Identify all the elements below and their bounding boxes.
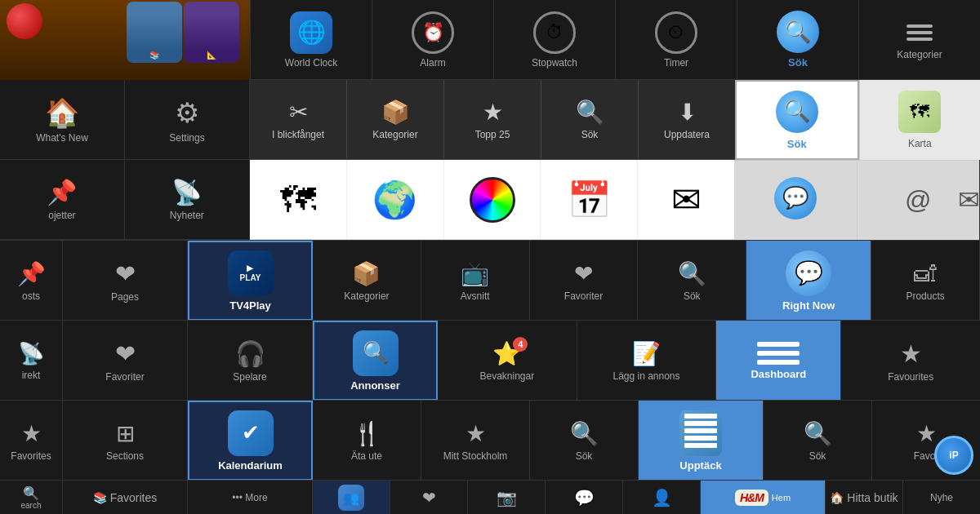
favoriter-tv4-cell[interactable]: ❤ Favoriter bbox=[530, 241, 639, 321]
favoriter-row5-cell[interactable]: ❤ Favoriter bbox=[63, 321, 188, 401]
kategorier-tv4-label: Kategorier bbox=[344, 290, 389, 302]
karta-label: Karta bbox=[908, 138, 932, 149]
products-label: Products bbox=[906, 290, 944, 302]
sok-top-label: Sök bbox=[788, 56, 808, 69]
alarm-label: Alarm bbox=[420, 57, 445, 69]
favourites-row5-cell[interactable]: ★ Favourites bbox=[841, 321, 980, 401]
avsnitt-cell[interactable]: 📺 Avsnitt bbox=[421, 241, 530, 321]
stopwatch-cell[interactable]: ⏱ Stopwatch bbox=[493, 0, 615, 80]
settings-label: Settings bbox=[169, 132, 204, 144]
direkt-label: irekt bbox=[22, 370, 41, 381]
spelare-label: Spelare bbox=[233, 371, 266, 383]
email-right-cell[interactable]: @ ✉ bbox=[858, 161, 979, 240]
avsnitt-label: Avsnitt bbox=[461, 290, 490, 302]
alarm-cell[interactable]: ⏰ Alarm bbox=[372, 0, 493, 80]
direkt-cell[interactable]: 📡 irekt bbox=[0, 321, 63, 401]
people-cell[interactable]: 👥 bbox=[313, 481, 390, 514]
pojetter-cell[interactable]: 📌 ojetter bbox=[0, 160, 125, 240]
mitt-stockholm-label: Mitt Stockholm bbox=[443, 450, 508, 462]
lagg-annons-cell[interactable]: 📝 Lägg in annons bbox=[577, 321, 717, 401]
kalendarium-label: Kalendarium bbox=[218, 459, 283, 472]
dashboard-cell[interactable]: Dashboard bbox=[716, 321, 841, 401]
popup-header-strip: ✂ I blickfånget 📦 Kategorier ★ Topp 25 🔍… bbox=[250, 80, 735, 160]
kategorier-top-cell[interactable]: Kategorier bbox=[858, 0, 980, 80]
ata-ute-cell[interactable]: 🍴 Äta ute bbox=[313, 401, 421, 481]
popup-content: 🗺 🌍 📅 ✉ bbox=[250, 160, 735, 240]
bevakningar-cell[interactable]: ⭐ 4 Bevakningar bbox=[438, 321, 577, 401]
pojetter-label: ojetter bbox=[48, 210, 75, 221]
popup-uppdatera[interactable]: ⬇ Uppdatera bbox=[639, 80, 735, 159]
popup-sok[interactable]: 🔍 Sök bbox=[541, 80, 639, 159]
kategorier-top-label: Kategorier bbox=[897, 49, 942, 60]
upptack-cell[interactable]: Upptäck bbox=[639, 401, 764, 481]
kategorier-label: Kategorier bbox=[372, 129, 417, 140]
dashboard-label: Dashboard bbox=[751, 368, 806, 380]
favorites-row6-cell[interactable]: ★ Favorites bbox=[0, 401, 63, 481]
products-cell[interactable]: 🛋 Products bbox=[871, 241, 980, 321]
timer-cell[interactable]: ⏲ Timer bbox=[615, 0, 737, 80]
favoriter-tv4-label: Favoriter bbox=[564, 290, 603, 302]
topp25-label: Topp 25 bbox=[475, 129, 510, 140]
world-clock-cell[interactable]: 🌐 World Clock bbox=[250, 0, 372, 80]
tv4play-cell[interactable]: ▶PLAY TV4Play bbox=[188, 241, 313, 321]
pages-cell[interactable]: ❤ Pages bbox=[63, 241, 188, 321]
sok-right-selected[interactable]: 🔍 Sök bbox=[735, 80, 859, 160]
popup-map-icon[interactable]: 🗺 bbox=[250, 160, 347, 239]
popup-color-wheel[interactable] bbox=[444, 160, 541, 239]
sections-cell[interactable]: ⊞ Sections bbox=[63, 401, 188, 481]
popup-sok-label: Sök bbox=[581, 129, 599, 140]
i-blickfanget-label: I blickfånget bbox=[272, 129, 324, 140]
lagg-annons-label: Lägg in annons bbox=[612, 370, 679, 382]
sok-row6b-label: Sök bbox=[809, 450, 826, 462]
posts-label: osts bbox=[22, 290, 40, 302]
popup-globe-icon[interactable]: 🌍 bbox=[347, 160, 444, 239]
nyheter-cell[interactable]: 📡 Nyheter bbox=[125, 160, 250, 240]
hem-label: Hem bbox=[772, 493, 791, 503]
popup-mail-icon[interactable]: ✉ bbox=[638, 160, 734, 239]
popup-i-blickfanget[interactable]: ✂ I blickfånget bbox=[250, 80, 347, 159]
search-row7-label: earch bbox=[20, 501, 41, 510]
karta-cell[interactable]: 🗺 Karta bbox=[859, 80, 981, 160]
camera-row7-cell[interactable]: 📷 bbox=[468, 481, 546, 514]
popup-topp25[interactable]: ★ Topp 25 bbox=[444, 80, 541, 159]
nyheter-label: Nyheter bbox=[170, 210, 204, 221]
annonser-cell[interactable]: 🔍 Annonser bbox=[313, 321, 438, 401]
messages-row7-cell[interactable]: 💬 bbox=[546, 481, 623, 514]
spelare-cell[interactable]: 🎧 Spelare bbox=[188, 321, 313, 401]
contacts-row7-cell[interactable]: 👤 bbox=[623, 481, 701, 514]
right-now-label: Right Now bbox=[782, 299, 835, 312]
heart-row7-cell[interactable]: ❤ bbox=[390, 481, 468, 514]
hem-cell[interactable]: H&M Hem bbox=[701, 481, 826, 514]
favorites-row7-cell[interactable]: 📚 Favorites bbox=[63, 481, 188, 514]
tv4play-label: TV4Play bbox=[229, 299, 271, 312]
settings-cell[interactable]: ⚙ Settings bbox=[125, 80, 250, 160]
annonser-label: Annonser bbox=[350, 379, 400, 392]
sok-row6-cell[interactable]: 🔍 Sök bbox=[530, 401, 639, 481]
popup-kategorier[interactable]: 📦 Kategorier bbox=[347, 80, 444, 159]
search-row7-cell[interactable]: 🔍 earch bbox=[0, 481, 63, 514]
ip-badge[interactable]: iP bbox=[934, 436, 973, 475]
bevakningar-label: Bevakningar bbox=[479, 370, 534, 382]
ata-ute-label: Äta ute bbox=[351, 450, 382, 462]
chat-right-cell[interactable]: 💬 bbox=[734, 161, 857, 240]
sok-tv4-label: Sök bbox=[684, 290, 701, 302]
posts-cell[interactable]: 📌 osts bbox=[0, 241, 63, 321]
hitta-butik-cell[interactable]: 🏠 Hitta butik bbox=[826, 481, 903, 514]
kategorier-tv4-cell[interactable]: 📦 Kategorier bbox=[313, 241, 421, 321]
mitt-stockholm-cell[interactable]: ★ Mitt Stockholm bbox=[421, 401, 530, 481]
sok-top-cell[interactable]: 🔍 Sök bbox=[737, 0, 858, 80]
sok-row6b-cell[interactable]: 🔍 Sök bbox=[764, 401, 872, 481]
popup-calendar-icon[interactable]: 📅 bbox=[541, 160, 638, 239]
wood-top-cell: 📚 📐 bbox=[0, 0, 250, 80]
favoriter-row5-label: Favoriter bbox=[105, 371, 144, 383]
right-panel-bottom: 💬 @ ✉ bbox=[734, 160, 979, 240]
right-now-cell[interactable]: 💬 Right Now bbox=[746, 241, 871, 321]
kalendarium-cell[interactable]: ✔ Kalendarium bbox=[188, 401, 313, 481]
sok-tv4-cell[interactable]: 🔍 Sök bbox=[638, 241, 746, 321]
more-row7-cell[interactable]: ••• More bbox=[188, 481, 313, 514]
whats-new-label: What's New bbox=[36, 132, 88, 144]
whats-new-cell[interactable]: 🏠 What's New bbox=[0, 80, 125, 160]
ip-badge-label: iP bbox=[949, 450, 958, 461]
nyhe-cell[interactable]: Nyhe bbox=[903, 481, 980, 514]
uppdatera-label: Uppdatera bbox=[664, 129, 710, 140]
